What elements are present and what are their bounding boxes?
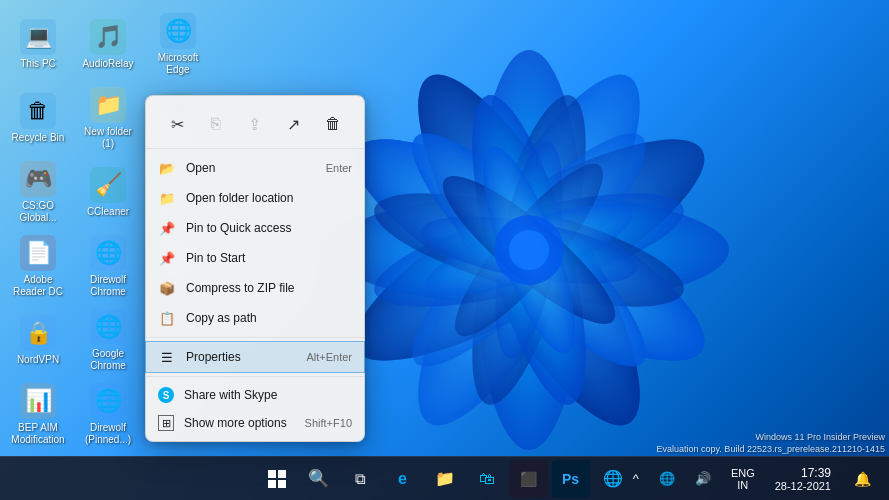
icon-label-recycle-bin: Recycle Bin — [12, 132, 65, 144]
notification-button[interactable]: 🔔 — [843, 460, 881, 498]
desktop-icon-cs-go[interactable]: 🎮 CS:GO Global... — [4, 156, 72, 228]
start-button[interactable] — [258, 460, 296, 498]
properties-icon: ☰ — [158, 348, 176, 366]
win-info-line1: Windows 11 Pro Insider Preview — [657, 431, 886, 444]
ps-button[interactable]: Ps — [552, 460, 590, 498]
icon-image-cs-go: 🎮 — [20, 161, 56, 197]
desktop-icon-ms-edge[interactable]: 🌐 Microsoft Edge — [144, 8, 212, 80]
svg-point-25 — [509, 230, 549, 270]
open-label: Open — [186, 161, 318, 175]
lang-label: ENG — [731, 467, 755, 479]
task-view-button[interactable]: ⧉ — [342, 460, 380, 498]
icon-label-new-folder: New folder (1) — [78, 126, 138, 150]
icon-label-direwolf-chrome-2: Direwolf (Pinned...) — [78, 422, 138, 446]
edge-button[interactable]: e — [384, 460, 422, 498]
properties-item[interactable]: ☰ Properties Alt+Enter — [146, 342, 364, 372]
separator-2 — [146, 376, 364, 377]
desktop-icon-new-folder[interactable]: 📁 New folder (1) — [74, 82, 142, 154]
icon-label-adobe-reader: Adobe Reader DC — [8, 274, 68, 298]
store-button[interactable]: 🛍 — [468, 460, 506, 498]
desktop-icon-ccleaner[interactable]: 🧹 CCleaner — [74, 156, 142, 228]
delete-button[interactable]: 🗑 — [317, 108, 349, 140]
more-options-icon: ⊞ — [158, 415, 174, 431]
icon-image-new-folder: 📁 — [90, 87, 126, 123]
clock-time: 17:39 — [801, 466, 831, 480]
properties-shortcut: Alt+Enter — [306, 351, 352, 363]
svg-rect-27 — [278, 470, 286, 478]
icon-image-google-chrome: 🌐 — [90, 309, 126, 345]
zip-icon: 📦 — [158, 279, 176, 297]
icon-label-ms-edge: Microsoft Edge — [148, 52, 208, 76]
show-more-options-item[interactable]: ⊞ Show more options Shift+F10 — [146, 409, 364, 437]
open-shortcut: Enter — [326, 162, 352, 174]
terminal-button[interactable]: ⬛ — [510, 460, 548, 498]
icon-image-ccleaner: 🧹 — [90, 167, 126, 203]
icon-image-recycle-bin: 🗑 — [20, 93, 56, 129]
clock-date: 28-12-2021 — [775, 480, 831, 492]
open-folder-label: Open folder location — [186, 191, 352, 205]
chevron-up-icon: ^ — [633, 471, 639, 486]
copy-path-label: Copy as path — [186, 311, 352, 325]
icon-image-bep-aim: 📊 — [20, 383, 56, 419]
icon-image-this-pc: 💻 — [20, 19, 56, 55]
icon-image-ms-edge: 🌐 — [160, 13, 196, 49]
desktop-icon-bep-aim[interactable]: 📊 BEP AIM Modification — [4, 378, 72, 450]
lang-region-button[interactable]: ENG IN — [723, 463, 763, 495]
desktop-icon-direwolf-chrome[interactable]: 🌐 Direwolf Chrome — [74, 230, 142, 302]
desktop-icon-nordvpn[interactable]: 🔒 NordVPN — [4, 304, 72, 376]
network-tray-icon: 🌐 — [659, 471, 675, 486]
clock-area[interactable]: 17:39 28-12-2021 — [767, 464, 839, 494]
desktop-icon-adobe-reader[interactable]: 📄 Adobe Reader DC — [4, 230, 72, 302]
region-label: IN — [737, 479, 748, 491]
pin-to-start-item[interactable]: 📌 Pin to Start — [146, 243, 364, 273]
folder-icon: 📁 — [158, 189, 176, 207]
open-menu-item[interactable]: 📂 Open Enter — [146, 153, 364, 183]
skype-icon: S — [158, 387, 174, 403]
open-folder-location-item[interactable]: 📁 Open folder location — [146, 183, 364, 213]
compress-zip-item[interactable]: 📦 Compress to ZIP file — [146, 273, 364, 303]
taskbar-right: ^ 🌐 🔊 ENG IN 17:39 28-12-2021 🔔 — [625, 460, 889, 498]
pin-quick-access-item[interactable]: 📌 Pin to Quick access — [146, 213, 364, 243]
share-button[interactable]: ↗ — [278, 108, 310, 140]
icon-label-ccleaner: CCleaner — [87, 206, 129, 218]
copy-path-icon: 📋 — [158, 309, 176, 327]
icon-label-direwolf-chrome: Direwolf Chrome — [78, 274, 138, 298]
chrome-button[interactable]: 🌐 — [594, 460, 632, 498]
win-info-line2: Evaluation copy. Build 22523.rs_prerelea… — [657, 443, 886, 456]
cut-button[interactable]: ✂ — [161, 108, 193, 140]
copy-button[interactable]: ⎘ — [200, 108, 232, 140]
more-options-label: Show more options — [184, 416, 297, 430]
desktop: 💻 This PC 🗑 Recycle Bin 🎮 CS:GO Global..… — [0, 0, 889, 500]
icon-label-audiorelay: AudioRelay — [82, 58, 133, 70]
pin-start-label: Pin to Start — [186, 251, 352, 265]
volume-tray-button[interactable]: 🔊 — [687, 467, 719, 490]
context-menu: ✂ ⎘ ⇪ ↗ 🗑 📂 Open Enter 📁 Open folder loc… — [145, 95, 365, 442]
paste-shortcut-button[interactable]: ⇪ — [239, 108, 271, 140]
context-menu-icon-row: ✂ ⎘ ⇪ ↗ 🗑 — [146, 100, 364, 149]
desktop-icons-area: 💻 This PC 🗑 Recycle Bin 🎮 CS:GO Global..… — [0, 0, 150, 460]
copy-as-path-item[interactable]: 📋 Copy as path — [146, 303, 364, 333]
separator-1 — [146, 337, 364, 338]
explorer-button[interactable]: 📁 — [426, 460, 464, 498]
skype-label: Share with Skype — [184, 388, 352, 402]
network-tray-button[interactable]: 🌐 — [651, 467, 683, 490]
desktop-icon-recycle-bin[interactable]: 🗑 Recycle Bin — [4, 82, 72, 154]
more-options-shortcut: Shift+F10 — [305, 417, 352, 429]
desktop-icon-google-chrome[interactable]: 🌐 Google Chrome — [74, 304, 142, 376]
desktop-icon-audiorelay[interactable]: 🎵 AudioRelay — [74, 8, 142, 80]
pin-icon: 📌 — [158, 219, 176, 237]
taskbar-center: 🔍 ⧉ e 📁 🛍 ⬛ Ps 🌐 — [258, 460, 632, 498]
volume-icon: 🔊 — [695, 471, 711, 486]
icon-label-cs-go: CS:GO Global... — [8, 200, 68, 224]
desktop-icon-direwolf-chrome-2[interactable]: 🌐 Direwolf (Pinned...) — [74, 378, 142, 450]
pin-quick-label: Pin to Quick access — [186, 221, 352, 235]
search-button[interactable]: 🔍 — [300, 460, 338, 498]
icon-label-google-chrome: Google Chrome — [78, 348, 138, 372]
icon-label-nordvpn: NordVPN — [17, 354, 59, 366]
share-with-skype-item[interactable]: S Share with Skype — [146, 381, 364, 409]
taskbar: 🔍 ⧉ e 📁 🛍 ⬛ Ps 🌐 ^ 🌐 🔊 — [0, 456, 889, 500]
compress-label: Compress to ZIP file — [186, 281, 352, 295]
desktop-icon-this-pc[interactable]: 💻 This PC — [4, 8, 72, 80]
svg-rect-29 — [278, 480, 286, 488]
icon-label-bep-aim: BEP AIM Modification — [8, 422, 68, 446]
